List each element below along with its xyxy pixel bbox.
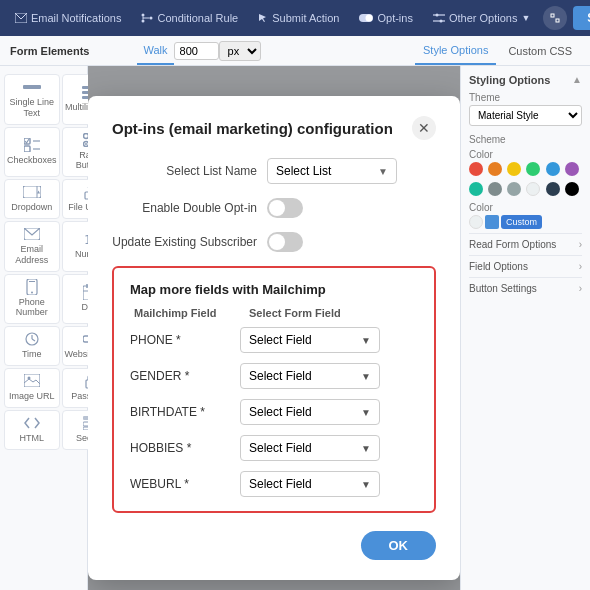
styling-options-label: Styling Options ▲ (469, 74, 582, 86)
image-icon (23, 374, 41, 388)
mailchimp-field-header: Mailchimp Field (134, 307, 239, 319)
toolbar-submit-action[interactable]: Submit Action (251, 8, 346, 28)
right-sidebar: Styling Options ▲ Theme Material Style S… (460, 66, 590, 590)
birthdate-dropdown-arrow-icon: ▼ (361, 407, 371, 418)
checkbox-icon (23, 138, 41, 152)
html-icon (23, 416, 41, 430)
field-options-row[interactable]: Field Options › (469, 255, 582, 277)
chevron-up-icon: ▲ (572, 74, 582, 85)
list-name-label: Select List Name (112, 164, 257, 178)
toolbar-optins[interactable]: Opt-ins (352, 8, 419, 28)
color-navy[interactable] (546, 182, 560, 196)
toolbar-email-notifications[interactable]: Email Notifications (8, 8, 128, 28)
modal-close-button[interactable]: ✕ (412, 116, 436, 140)
sidebar-item-phone-number[interactable]: Phone Number (4, 274, 60, 325)
color-pencil-icon[interactable] (485, 215, 499, 229)
toolbar-other-options[interactable]: Other Options ▼ (426, 8, 537, 28)
button-settings-row[interactable]: Button Settings › (469, 277, 582, 299)
list-name-dropdown-arrow-icon: ▼ (378, 166, 388, 177)
update-subscriber-row: Update Existing Subscriber (112, 232, 436, 252)
scheme-section-label: Scheme (469, 134, 582, 145)
birthdate-field-select[interactable]: Select Field ▼ (240, 399, 380, 425)
svg-line-49 (32, 339, 35, 341)
list-name-row: Select List Name Select List ▼ (112, 158, 436, 184)
branch-icon (141, 13, 153, 23)
weburl-dropdown-arrow-icon: ▼ (361, 479, 371, 490)
color-red[interactable] (469, 162, 483, 176)
double-optin-label: Enable Double Opt-in (112, 201, 257, 215)
read-form-chevron-icon: › (579, 239, 582, 250)
field-row-birthdate: BIRTHDATE * Select Field ▼ (130, 399, 418, 425)
color-orange[interactable] (488, 162, 502, 176)
color-white[interactable] (526, 182, 540, 196)
modal-dialog: Opt-ins (email marketing) configuration … (88, 96, 460, 580)
field-row-hobbies: HOBBIES * Select Field ▼ (130, 435, 418, 461)
text-line-icon (23, 80, 41, 94)
main-toolbar: Email Notifications Conditional Rule Sub… (0, 0, 590, 36)
modal-header: Opt-ins (email marketing) configuration … (112, 116, 436, 140)
sidebar-item-single-line-text[interactable]: Single Line Text (4, 74, 60, 125)
color-green[interactable] (526, 162, 540, 176)
sidebar-item-email-address[interactable]: Email Address (4, 221, 60, 272)
sub-toolbar: Form Elements Walk px % Style Options Cu… (0, 36, 590, 66)
svg-rect-14 (556, 19, 559, 22)
field-options-chevron-icon: › (579, 261, 582, 272)
resize-icon (550, 13, 560, 23)
color-teal[interactable] (469, 182, 483, 196)
sidebar-item-html[interactable]: HTML (4, 410, 60, 450)
unit-select[interactable]: px % (219, 41, 261, 61)
text-color-label: Color (469, 149, 582, 160)
phone-field-select[interactable]: Select Field ▼ (240, 327, 380, 353)
color-custom-white[interactable] (469, 215, 483, 229)
double-optin-toggle[interactable] (267, 198, 303, 218)
hobbies-field-select[interactable]: Select Field ▼ (240, 435, 380, 461)
hobbies-field-label: HOBBIES * (130, 441, 230, 455)
color-purple[interactable] (565, 162, 579, 176)
cursor-icon (258, 13, 268, 23)
color-blue[interactable] (546, 162, 560, 176)
style-options-tab[interactable]: Style Options (415, 36, 496, 65)
select-form-field-header: Select Form Field (249, 307, 341, 319)
list-name-select[interactable]: Select List ▼ (267, 158, 397, 184)
field-row-phone: PHONE * Select Field ▼ (130, 327, 418, 353)
birthdate-field-label: BIRTHDATE * (130, 405, 230, 419)
envelope-icon (15, 13, 27, 23)
fields-column-headers: Mailchimp Field Select Form Field (130, 307, 418, 319)
custom-color-button[interactable]: Custom (501, 215, 542, 229)
dropdown-icon (23, 185, 41, 199)
field-row-gender: GENDER * Select Field ▼ (130, 363, 418, 389)
width-input[interactable] (174, 42, 219, 60)
ok-button[interactable]: OK (361, 531, 437, 560)
bg-color-row: Custom (469, 215, 582, 229)
custom-css-tab[interactable]: Custom CSS (500, 36, 580, 65)
svg-point-3 (150, 17, 153, 20)
color-lightgray[interactable] (507, 182, 521, 196)
sidebar-item-checkboxes[interactable]: Checkboxes (4, 127, 60, 178)
gender-dropdown-arrow-icon: ▼ (361, 371, 371, 382)
color-black[interactable] (565, 182, 579, 196)
sidebar-item-time[interactable]: Time (4, 326, 60, 366)
toolbar-conditional-rule[interactable]: Conditional Rule (134, 8, 245, 28)
sidebar-item-dropdown[interactable]: Dropdown (4, 179, 60, 219)
button-settings-chevron-icon: › (579, 283, 582, 294)
form-elements-label: Form Elements (10, 45, 89, 57)
resize-icon-btn[interactable] (543, 6, 567, 30)
weburl-field-select[interactable]: Select Field ▼ (240, 471, 380, 497)
color-darkgray[interactable] (488, 182, 502, 196)
gender-field-select[interactable]: Select Field ▼ (240, 363, 380, 389)
update-subscriber-toggle[interactable] (267, 232, 303, 252)
svg-point-41 (31, 291, 33, 293)
update-subscriber-label: Update Existing Subscriber (112, 235, 257, 249)
toggle-icon (359, 13, 373, 23)
read-form-options-row[interactable]: Read Form Options › (469, 233, 582, 255)
walk-tab[interactable]: Walk (137, 36, 173, 65)
gender-field-label: GENDER * (130, 369, 230, 383)
sidebar-item-image-url[interactable]: Image URL (4, 368, 60, 408)
phone-icon (23, 280, 41, 294)
svg-point-2 (142, 20, 145, 23)
color-yellow[interactable] (507, 162, 521, 176)
map-fields-title: Map more fields with Mailchimp (130, 282, 418, 297)
phone-field-label: PHONE * (130, 333, 230, 347)
save-button[interactable]: Save (573, 6, 590, 30)
theme-select[interactable]: Material Style (469, 105, 582, 126)
